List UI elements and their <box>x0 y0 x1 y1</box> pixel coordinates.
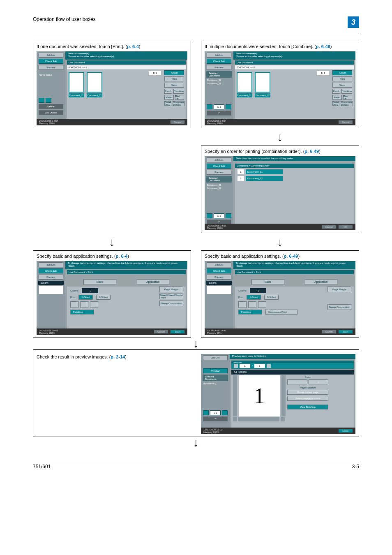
preview-button[interactable]: Preview <box>207 170 231 175</box>
one-sided-button[interactable]: 1-Sided <box>247 295 261 300</box>
copies-value[interactable]: 1 <box>250 288 266 293</box>
check-job-button[interactable]: Check Job <box>39 59 63 64</box>
cancel-button[interactable]: Cancel <box>154 330 168 334</box>
sheet-cover-button[interactable]: Sheet/Cover/Chapter Insert <box>159 294 183 299</box>
order-row[interactable]: 1 Document_01 <box>238 169 351 174</box>
detail-view-button[interactable]: Detail View <box>332 101 339 106</box>
reset-button[interactable]: Reset <box>332 95 342 100</box>
page-nav[interactable] <box>39 98 63 103</box>
job-list-button[interactable]: Job List <box>207 53 231 58</box>
close-button[interactable]: Close <box>338 429 353 433</box>
breadcrumb: Document > Combining Order <box>235 164 354 168</box>
batch-button[interactable]: Batch <box>332 89 340 94</box>
doc-details-button[interactable]: Document Details <box>173 101 184 106</box>
delete-button[interactable]: Delete <box>39 104 63 109</box>
copies-value[interactable]: 1 <box>82 288 98 293</box>
job-list-button[interactable]: Job List <box>207 157 231 162</box>
preview-button[interactable]: Preview <box>39 65 63 70</box>
finishing-icon <box>90 301 98 308</box>
job-list-button[interactable]: Job List <box>39 262 63 267</box>
tab-basic[interactable]: Basic <box>83 279 116 285</box>
bind-tx-button[interactable]: Bind TX <box>343 95 353 100</box>
preview-button[interactable]: Preview <box>207 275 231 280</box>
doc-thumbnail[interactable] <box>237 72 252 92</box>
zoom-in-button[interactable]: + <box>309 379 329 384</box>
page-nav[interactable]: 1/ 1 <box>207 104 231 109</box>
job-list-button[interactable]: Job List <box>207 262 231 267</box>
stamp-button[interactable]: Stamp Composition <box>327 304 351 310</box>
send-button[interactable]: Send <box>332 83 352 88</box>
preview-button[interactable]: Preview <box>203 368 228 373</box>
preview-button[interactable]: Preview <box>207 65 231 70</box>
batch-button[interactable]: Batch <box>164 89 172 94</box>
start-button[interactable]: Start <box>338 330 353 334</box>
print-button[interactable]: Print <box>332 76 352 81</box>
scrollbar[interactable] <box>238 417 279 421</box>
doc-thumbnail[interactable] <box>69 72 84 92</box>
order-item[interactable]: Document_02 <box>246 176 283 181</box>
view-finishing-button[interactable]: View Finishing <box>287 405 328 409</box>
check-job-button[interactable]: Check Job <box>207 164 231 169</box>
page-ref[interactable]: p. 6-49 <box>284 254 298 259</box>
back-icon[interactable]: ↶ <box>207 111 231 116</box>
stamp-button[interactable]: Stamp Composition <box>159 301 183 306</box>
print-button[interactable]: Print <box>164 76 184 81</box>
order-row[interactable]: 2 Document_02 <box>238 176 351 181</box>
scroll-handle[interactable] <box>233 375 237 416</box>
rotate-current-button[interactable]: Rotate current page <box>287 390 328 395</box>
doc-label: Document_01 <box>237 93 252 97</box>
prev-page-icon[interactable] <box>234 364 238 368</box>
page-ref[interactable]: p. 6-4 <box>127 44 139 49</box>
preview-button[interactable]: Preview <box>39 275 63 280</box>
reset-button[interactable]: Reset <box>164 95 174 100</box>
cancel-button[interactable]: Cancel <box>322 330 337 334</box>
back-icon[interactable]: ↶ <box>203 416 228 421</box>
next-page-icon[interactable] <box>267 364 271 368</box>
job-list-button[interactable]: Job List <box>39 53 63 58</box>
two-sided-button[interactable]: 2-Sided <box>264 295 279 300</box>
screenshot-use-document-single: Job List Check Job Preview Name Status D… <box>37 51 187 125</box>
cancel-button[interactable]: Cancel <box>322 225 337 229</box>
send-button[interactable]: Send <box>164 83 184 88</box>
page-nav[interactable]: 1/ 1 <box>207 213 231 218</box>
doc-thumbnail[interactable] <box>87 72 102 92</box>
doc-thumbnail[interactable] <box>255 72 270 92</box>
combine-button[interactable]: Combine <box>341 89 352 94</box>
finishing-button[interactable]: Finishing <box>70 310 94 314</box>
check-job-button[interactable]: Check Job <box>207 59 231 64</box>
bind-tx-button[interactable]: Bind TX <box>175 95 184 100</box>
finishing-button[interactable]: Finishing <box>238 310 262 314</box>
continuous-print-button[interactable]: Continuous Print <box>265 310 297 314</box>
two-sided-button[interactable]: 2-Sided <box>96 295 111 300</box>
scroll-handle[interactable] <box>281 375 286 416</box>
page-ref[interactable]: p. 6-49 <box>304 149 319 154</box>
detail-view-button[interactable]: Detail View <box>164 101 171 106</box>
check-job-button[interactable]: Check Job <box>39 268 63 273</box>
zoom-out-button[interactable]: − <box>287 379 307 384</box>
one-sided-button[interactable]: 1-Sided <box>78 295 93 300</box>
order-item[interactable]: Document_01 <box>246 169 283 174</box>
check-job-button[interactable]: Check Job <box>207 268 231 273</box>
page-margin-button[interactable]: Page Margin <box>159 287 183 292</box>
select-pages-rotate-button[interactable]: Select page(s) to rotate <box>287 396 328 401</box>
ok-button[interactable]: OK <box>338 225 353 229</box>
cancel-button[interactable]: Cancel <box>338 120 353 124</box>
preview-pager[interactable]: 1 / 3 <box>231 363 354 369</box>
page-ref[interactable]: p. 6-4 <box>116 254 128 259</box>
combine-button[interactable]: Combine <box>173 89 184 94</box>
tab-application[interactable]: Application <box>305 279 338 285</box>
scroll-right-icon[interactable] <box>281 417 285 421</box>
page-nav[interactable]: 1/ 1 <box>203 410 228 415</box>
doc-details-button[interactable]: Document Details <box>341 101 353 106</box>
cancel-button[interactable]: Cancel <box>170 120 185 124</box>
scroll-left-icon[interactable] <box>233 417 237 421</box>
page-ref[interactable]: p. 2-14 <box>111 354 125 359</box>
page-ref[interactable]: p. 6-49 <box>316 44 330 49</box>
job-details-button[interactable]: Job Details <box>39 110 63 115</box>
start-button[interactable]: Start <box>170 330 185 334</box>
page-margin-button[interactable]: Page Margin <box>327 287 351 292</box>
job-list-button[interactable]: Job List <box>203 355 228 360</box>
tab-basic[interactable]: Basic <box>251 279 284 285</box>
tab-application[interactable]: Application <box>137 279 170 285</box>
timestamp: 2009/02/06 14:54 <box>39 120 58 122</box>
